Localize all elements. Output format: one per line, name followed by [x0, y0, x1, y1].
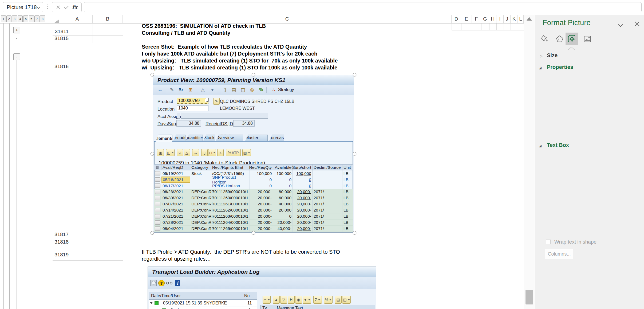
alv-toolbar-button[interactable]: ▲: [273, 296, 280, 304]
tab-product-master[interactable]: Product Master: [245, 135, 268, 141]
resize-handle[interactable]: [353, 73, 356, 76]
sap-toolbar-icon[interactable]: ◎: [249, 86, 255, 93]
row-select-button[interactable]: [155, 190, 160, 194]
grid-toolbar-button[interactable]: ▨: [242, 149, 251, 156]
application-log-screenshot[interactable]: Transport Load Builder: Application Log …: [148, 267, 376, 309]
log-row[interactable]: Settings 2: [149, 307, 257, 309]
tab-elements[interactable]: Elements: [156, 135, 172, 142]
outline-expand-button[interactable]: +: [13, 27, 20, 33]
strategy-button[interactable]: Strategy: [278, 87, 294, 92]
size-properties-icon[interactable]: [566, 33, 578, 45]
tab-forecast[interactable]: Forecast: [269, 135, 284, 141]
section-properties[interactable]: Properties: [547, 64, 573, 70]
table-col-7[interactable]: Unit: [342, 165, 354, 170]
table-col-1[interactable]: Category: [190, 165, 211, 170]
grid-toolbar-button[interactable]: △: [184, 149, 190, 156]
insert-function-icon[interactable]: fx: [72, 4, 78, 10]
grid-toolbar-button[interactable]: %ATP: [226, 149, 241, 156]
row-select-button[interactable]: [155, 177, 160, 182]
product-view-screenshot[interactable]: Product View: 100000759, Planning Versio…: [153, 75, 354, 233]
alv-toolbar-button[interactable]: ▼: [303, 296, 311, 304]
table-row[interactable]: 06/23/2021DEP:ConRl70111259/000010/120,0…: [154, 189, 353, 195]
name-box-dropdown-icon[interactable]: [36, 5, 41, 9]
resize-handle[interactable]: [353, 152, 356, 155]
sap-toolbar-icon[interactable]: ▤: [231, 86, 237, 93]
log-col-type[interactable]: Ty...: [262, 306, 270, 309]
resize-handle[interactable]: [151, 231, 154, 234]
grid-toolbar-button[interactable]: ▽: [177, 149, 183, 156]
sap-toolbar-icon[interactable]: ⊞: [187, 86, 194, 93]
alv-toolbar-button[interactable]: Σ: [313, 296, 322, 304]
table-col-4[interactable]: Available: [273, 165, 293, 170]
tab-quantities[interactable]: Quantities: [186, 135, 203, 141]
alv-toolbar-button[interactable]: H: [288, 296, 295, 304]
outline-level-2-button[interactable]: 2: [6, 15, 11, 22]
table-col-0[interactable]: Avail/ReqD: [161, 165, 190, 170]
grid-toolbar-button[interactable]: ↔: [192, 149, 199, 156]
column-header-F[interactable]: F: [472, 15, 481, 23]
outline-level-5-button[interactable]: 5: [23, 15, 28, 22]
outline-level-1-button[interactable]: 1: [1, 15, 6, 22]
table-col-2[interactable]: Rec./Rqmts Elmt: [211, 165, 250, 170]
column-header-L[interactable]: L: [518, 15, 524, 23]
formula-bar-splitter[interactable]: [47, 5, 48, 9]
alv-toolbar-button[interactable]: ▽: [280, 296, 287, 304]
resize-handle[interactable]: [252, 73, 255, 76]
enter-icon[interactable]: [64, 4, 69, 9]
resize-handle[interactable]: [252, 231, 255, 234]
sap-toolbar-icon[interactable]: ✎: [169, 86, 175, 93]
outline-level-7-button[interactable]: 7: [34, 15, 39, 22]
sap-toolbar-icon[interactable]: ▯: [222, 86, 228, 93]
fill-line-icon[interactable]: [538, 33, 550, 45]
column-header-H[interactable]: H: [489, 15, 496, 23]
column-header-B[interactable]: B: [93, 15, 123, 23]
row-header-31818[interactable]: 31818: [53, 239, 69, 245]
sap-toolbar-icon[interactable]: ∴: [271, 86, 277, 93]
sap-toolbar-icon[interactable]: △: [200, 86, 206, 93]
outline-level-6-button[interactable]: 6: [29, 15, 34, 22]
copy-icon[interactable]: [205, 99, 208, 102]
location-input[interactable]: 1040: [177, 105, 208, 111]
table-row[interactable]: 07/14/2021DEP:ConRl70111262/000010/120,0…: [154, 207, 353, 213]
column-header-I[interactable]: I: [496, 15, 504, 23]
alv-toolbar-button[interactable]: ◉: [295, 296, 302, 304]
alv-toolbar-button[interactable]: %: [324, 296, 333, 304]
grid-toolbar-button[interactable]: ◫: [166, 149, 175, 156]
product-input[interactable]: 100000759: [177, 98, 208, 104]
acct-assignment-key-input[interactable]: [177, 113, 180, 119]
column-header-D[interactable]: D: [452, 15, 461, 23]
outline-collapse-button[interactable]: -: [13, 53, 20, 60]
table-row[interactable]: 06/17/2021PP/DS Horizon000LB: [154, 183, 353, 189]
table-col-6[interactable]: Destin./Source: [313, 165, 342, 170]
table-row[interactable]: 07/28/2021DEP:ConRl70111264/000010/120,0…: [154, 220, 353, 226]
tab-stock[interactable]: Stock: [203, 135, 215, 141]
formula-input[interactable]: [84, 2, 642, 12]
row-select-button[interactable]: [155, 196, 160, 200]
alv-toolbar-button[interactable]: ◫: [342, 296, 351, 304]
row-select-button[interactable]: [155, 183, 160, 188]
column-header-J[interactable]: J: [504, 15, 511, 23]
alv-toolbar-button[interactable]: ▤: [335, 296, 342, 304]
scroll-up-icon[interactable]: [527, 17, 532, 21]
row-select-button[interactable]: [155, 202, 160, 206]
sap-toolbar-icon[interactable]: ▼: [209, 86, 216, 93]
column-header-K[interactable]: K: [511, 15, 518, 23]
log-row[interactable]: 05/19/2021 15:51:39 SNYDERKE 11: [149, 300, 257, 307]
sap-toolbar-icon[interactable]: ◫: [240, 86, 246, 93]
section-textbox[interactable]: Text Box: [547, 142, 569, 148]
column-header-C[interactable]: C: [123, 15, 452, 23]
resize-handle[interactable]: [151, 73, 154, 76]
grid-toolbar-button[interactable]: ◻: [208, 149, 216, 156]
row-select-button[interactable]: [155, 208, 160, 212]
display-icon[interactable]: [166, 280, 173, 287]
grid-toolbar-button[interactable]: ▷: [217, 149, 224, 156]
section-size[interactable]: Size: [547, 52, 558, 58]
resize-handle[interactable]: [353, 231, 356, 234]
table-row[interactable]: 06/30/2021DEP:ConRl70111260/000010/120,0…: [154, 195, 353, 201]
edit-product-button[interactable]: ✎: [213, 98, 220, 105]
table-col-3[interactable]: Rec/ReqQty: [250, 165, 273, 170]
info-icon[interactable]: i: [174, 280, 181, 287]
sap-toolbar-icon[interactable]: %: [258, 86, 264, 93]
row-header-31819[interactable]: 31819: [53, 252, 69, 258]
log-col-number[interactable]: Nu...: [244, 294, 253, 298]
